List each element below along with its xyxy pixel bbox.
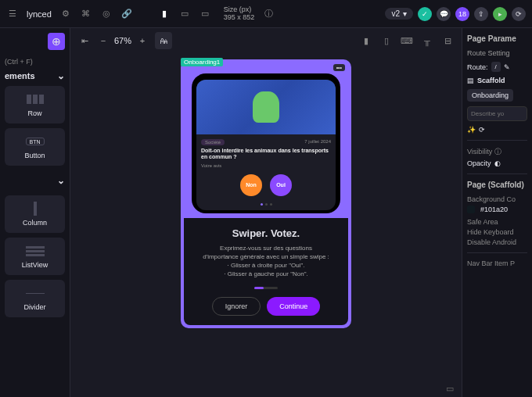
color-swatch [467, 206, 475, 213]
visibility-label: Visibility ⓘ [467, 147, 527, 157]
keyboard-icon[interactable]: ⌨ [401, 34, 413, 47]
background-color-field[interactable]: #101a20 [467, 206, 527, 213]
safe-area-label[interactable]: Safe Area [467, 218, 527, 226]
widget-row[interactable]: Row [5, 86, 65, 123]
command-icon[interactable]: ⌘ [80, 8, 92, 20]
zoom-in-button[interactable]: + [136, 34, 149, 47]
widget-button[interactable]: BTN Button [5, 128, 65, 166]
menu-icon[interactable]: ☰ [6, 8, 19, 20]
widget-palette: ⊕ (Ctrl + F) ements ⌄ Row BTN Button ⌄ C… [0, 28, 70, 397]
tree-icon[interactable]: ⊟ [441, 34, 454, 47]
nav-bar-label: Nav Bar Item P [467, 259, 527, 267]
scaffold-name-chip[interactable]: Onboarding [467, 89, 513, 102]
page-params-header: Page Parame [467, 34, 527, 43]
widget-column[interactable]: Column [5, 195, 65, 233]
magic-icon[interactable]: ✨ [467, 126, 476, 134]
page-scaffold-header: Page (Scaffold) [467, 181, 527, 189]
opacity-toggle[interactable]: ◐ [494, 159, 501, 167]
play-icon[interactable]: ▸ [493, 7, 507, 21]
info-icon[interactable]: ⓘ [262, 8, 275, 20]
device-frame[interactable]: Onboarding1 ••• Société 7 juillet 2024 D… [181, 59, 351, 328]
comment-icon[interactable]: 💬 [437, 7, 451, 21]
link-icon[interactable]: 🔗 [120, 8, 133, 20]
hide-keyboard-label[interactable]: Hide Keyboard [467, 228, 527, 236]
phone-preview-icon[interactable]: ▮ [360, 34, 372, 47]
zoom-level: 67% [114, 36, 131, 45]
palette-section-title: ements [5, 71, 35, 80]
design-canvas[interactable]: Onboarding1 ••• Société 7 juillet 2024 D… [70, 53, 462, 381]
sidebar-collapse-icon[interactable]: ⇤ [78, 34, 91, 47]
translate-tool-icon[interactable]: 🗛 [155, 32, 172, 49]
screen-tag: Onboarding1 [181, 58, 223, 66]
onboarding-progress [254, 287, 278, 289]
phone-mockup: Société 7 juillet 2024 Doit-on interdire… [192, 73, 340, 213]
continue-button[interactable]: Continue [267, 297, 320, 316]
ignore-button[interactable]: Ignorer [212, 297, 261, 316]
route-value[interactable]: / [491, 62, 501, 72]
card-image [196, 80, 336, 134]
project-name: lynced [27, 9, 52, 19]
device-mobile-icon[interactable]: ▮ [158, 8, 171, 20]
version-selector[interactable]: v2 ▾ [385, 8, 413, 20]
describe-input[interactable] [467, 106, 527, 121]
properties-panel: Page Parame Route Setting Route: / ✎ ▤ S… [462, 28, 532, 397]
scaffold-label: Scaffold [477, 77, 505, 84]
background-label: Background Co [467, 195, 527, 203]
onboarding-text: Exprimez-vous sur des questions d'import… [195, 244, 337, 279]
card-date: 7 juillet 2024 [304, 139, 331, 145]
onboarding-title: Swiper. Votez. [195, 227, 337, 239]
notification-badge[interactable]: 18 [455, 7, 469, 21]
status-check-icon[interactable]: ✓ [418, 7, 432, 21]
debug-icon[interactable]: ⟳ [512, 7, 526, 21]
layout-icon[interactable]: ╥ [421, 34, 433, 47]
settings-icon[interactable]: ⚙ [59, 8, 72, 20]
canvas-size-label: Size (px) 395 x 852 [224, 6, 255, 22]
chevron-down-icon[interactable]: ⌄ [57, 175, 65, 186]
search-shortcut: (Ctrl + F) [5, 58, 65, 66]
target-icon[interactable]: ◎ [100, 8, 113, 20]
edit-icon[interactable]: ✎ [504, 63, 510, 71]
canvas-footer-icon[interactable]: ▭ [70, 381, 462, 397]
add-widget-button[interactable]: ⊕ [48, 33, 65, 50]
chevron-down-icon[interactable]: ⌄ [57, 70, 65, 81]
widget-listview[interactable]: ListView [5, 238, 65, 275]
device-menu-icon[interactable]: ••• [333, 64, 345, 71]
share-icon[interactable]: ⇪ [474, 7, 488, 21]
scaffold-icon: ▤ [467, 77, 474, 84]
opacity-label: Opacity [467, 159, 491, 167]
route-label: Route: [467, 63, 488, 71]
disable-android-label[interactable]: Disable Android [467, 238, 527, 246]
card-category-chip: Société [201, 139, 225, 145]
card-title: Doit-on interdire les animaux dans les t… [201, 148, 331, 161]
zoom-out-button[interactable]: − [97, 34, 110, 47]
tablet-preview-icon[interactable]: ▯ [380, 34, 393, 47]
refresh-icon[interactable]: ⟳ [479, 126, 485, 134]
widget-divider[interactable]: Divider [5, 280, 65, 317]
route-settings-header: Route Setting [467, 49, 527, 57]
vote-no-button[interactable]: Non [240, 174, 262, 196]
card-subtitle: Votre avis [201, 163, 331, 168]
pagination-dots [201, 203, 331, 206]
device-tablet-icon[interactable]: ▭ [178, 8, 191, 20]
vote-yes-button[interactable]: Oui [270, 174, 292, 196]
device-desktop-icon[interactable]: ▭ [199, 8, 211, 20]
onboarding-panel: Swiper. Votez. Exprimez-vous sur des que… [184, 218, 348, 325]
